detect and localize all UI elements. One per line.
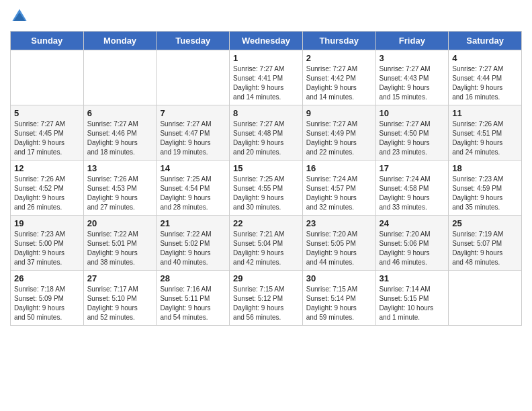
- calendar-day-9: 9Sunrise: 7:27 AM Sunset: 4:49 PM Daylig…: [302, 105, 375, 161]
- calendar-day-22: 22Sunrise: 7:21 AM Sunset: 5:04 PM Dayli…: [230, 216, 303, 271]
- calendar-day-4: 4Sunrise: 7:27 AM Sunset: 4:44 PM Daylig…: [449, 50, 522, 105]
- day-header-thursday: Thursday: [302, 32, 375, 50]
- calendar-day-2: 2Sunrise: 7:27 AM Sunset: 4:42 PM Daylig…: [302, 50, 375, 105]
- day-info: Sunrise: 7:27 AM Sunset: 4:49 PM Dayligh…: [306, 120, 372, 157]
- day-number: 24: [380, 218, 445, 228]
- day-info: Sunrise: 7:27 AM Sunset: 4:46 PM Dayligh…: [87, 120, 153, 157]
- day-number: 1: [233, 53, 299, 63]
- day-number: 30: [306, 273, 372, 283]
- day-info: Sunrise: 7:18 AM Sunset: 5:09 PM Dayligh…: [14, 285, 80, 322]
- calendar-day-31: 31Sunrise: 7:14 AM Sunset: 5:15 PM Dayli…: [375, 271, 449, 326]
- day-info: Sunrise: 7:25 AM Sunset: 4:54 PM Dayligh…: [160, 175, 226, 212]
- calendar-day-23: 23Sunrise: 7:20 AM Sunset: 5:05 PM Dayli…: [302, 216, 375, 271]
- day-number: 21: [160, 218, 226, 228]
- day-info: Sunrise: 7:15 AM Sunset: 5:14 PM Dayligh…: [306, 285, 372, 322]
- day-number: 12: [14, 163, 80, 173]
- day-header-wednesday: Wednesday: [230, 32, 303, 50]
- day-number: 29: [233, 273, 299, 283]
- day-info: Sunrise: 7:26 AM Sunset: 4:51 PM Dayligh…: [452, 120, 518, 157]
- day-number: 2: [306, 53, 372, 63]
- calendar-day-empty: [83, 50, 157, 105]
- calendar-day-25: 25Sunrise: 7:19 AM Sunset: 5:07 PM Dayli…: [449, 216, 522, 271]
- day-info: Sunrise: 7:26 AM Sunset: 4:53 PM Dayligh…: [87, 175, 153, 212]
- calendar-week-4: 19Sunrise: 7:23 AM Sunset: 5:00 PM Dayli…: [11, 216, 522, 271]
- day-info: Sunrise: 7:21 AM Sunset: 5:04 PM Dayligh…: [233, 230, 299, 267]
- day-number: 14: [160, 163, 226, 173]
- day-info: Sunrise: 7:27 AM Sunset: 4:44 PM Dayligh…: [452, 64, 518, 102]
- calendar-day-11: 11Sunrise: 7:26 AM Sunset: 4:51 PM Dayli…: [449, 105, 522, 161]
- calendar-day-24: 24Sunrise: 7:20 AM Sunset: 5:06 PM Dayli…: [375, 216, 449, 271]
- day-number: 5: [14, 108, 80, 118]
- day-number: 10: [380, 108, 445, 118]
- logo-icon: [10, 7, 29, 26]
- calendar-day-20: 20Sunrise: 7:22 AM Sunset: 5:01 PM Dayli…: [83, 216, 157, 271]
- day-info: Sunrise: 7:23 AM Sunset: 5:00 PM Dayligh…: [14, 230, 80, 267]
- day-info: Sunrise: 7:27 AM Sunset: 4:45 PM Dayligh…: [14, 120, 80, 157]
- calendar-week-2: 5Sunrise: 7:27 AM Sunset: 4:45 PM Daylig…: [11, 105, 522, 161]
- calendar-body: 1Sunrise: 7:27 AM Sunset: 4:41 PM Daylig…: [11, 50, 522, 326]
- day-number: 7: [160, 108, 226, 118]
- day-number: 31: [380, 273, 445, 283]
- logo: [10, 7, 32, 26]
- day-number: 15: [233, 163, 299, 173]
- day-info: Sunrise: 7:15 AM Sunset: 5:12 PM Dayligh…: [233, 285, 299, 322]
- calendar-day-16: 16Sunrise: 7:24 AM Sunset: 4:57 PM Dayli…: [302, 161, 375, 216]
- day-header-monday: Monday: [83, 32, 157, 50]
- calendar-day-7: 7Sunrise: 7:27 AM Sunset: 4:47 PM Daylig…: [157, 105, 230, 161]
- calendar-week-3: 12Sunrise: 7:26 AM Sunset: 4:52 PM Dayli…: [11, 161, 522, 216]
- calendar-day-12: 12Sunrise: 7:26 AM Sunset: 4:52 PM Dayli…: [11, 161, 84, 216]
- day-number: 27: [87, 273, 153, 283]
- calendar-day-5: 5Sunrise: 7:27 AM Sunset: 4:45 PM Daylig…: [11, 105, 84, 161]
- day-info: Sunrise: 7:27 AM Sunset: 4:48 PM Dayligh…: [233, 120, 299, 157]
- day-number: 17: [380, 163, 445, 173]
- day-number: 9: [306, 108, 372, 118]
- calendar-day-empty: [157, 50, 230, 105]
- day-number: 26: [14, 273, 80, 283]
- page-header: [10, 7, 522, 26]
- calendar-day-6: 6Sunrise: 7:27 AM Sunset: 4:46 PM Daylig…: [83, 105, 157, 161]
- day-info: Sunrise: 7:27 AM Sunset: 4:41 PM Dayligh…: [233, 64, 299, 102]
- day-header-sunday: Sunday: [11, 32, 84, 50]
- day-number: 13: [87, 163, 153, 173]
- day-info: Sunrise: 7:27 AM Sunset: 4:43 PM Dayligh…: [380, 64, 445, 102]
- calendar-day-28: 28Sunrise: 7:16 AM Sunset: 5:11 PM Dayli…: [157, 271, 230, 326]
- calendar-day-19: 19Sunrise: 7:23 AM Sunset: 5:00 PM Dayli…: [11, 216, 84, 271]
- day-number: 20: [87, 218, 153, 228]
- day-info: Sunrise: 7:27 AM Sunset: 4:42 PM Dayligh…: [306, 64, 372, 102]
- day-info: Sunrise: 7:27 AM Sunset: 4:47 PM Dayligh…: [160, 120, 226, 157]
- calendar-header: SundayMondayTuesdayWednesdayThursdayFrid…: [11, 32, 522, 50]
- day-number: 23: [306, 218, 372, 228]
- day-info: Sunrise: 7:16 AM Sunset: 5:11 PM Dayligh…: [160, 285, 226, 322]
- day-info: Sunrise: 7:27 AM Sunset: 4:50 PM Dayligh…: [380, 120, 445, 157]
- calendar-day-26: 26Sunrise: 7:18 AM Sunset: 5:09 PM Dayli…: [11, 271, 84, 326]
- calendar-day-10: 10Sunrise: 7:27 AM Sunset: 4:50 PM Dayli…: [375, 105, 449, 161]
- day-info: Sunrise: 7:22 AM Sunset: 5:01 PM Dayligh…: [87, 230, 153, 267]
- calendar-day-empty: [11, 50, 84, 105]
- calendar-day-30: 30Sunrise: 7:15 AM Sunset: 5:14 PM Dayli…: [302, 271, 375, 326]
- day-info: Sunrise: 7:26 AM Sunset: 4:52 PM Dayligh…: [14, 175, 80, 212]
- day-info: Sunrise: 7:19 AM Sunset: 5:07 PM Dayligh…: [452, 230, 518, 267]
- calendar-week-1: 1Sunrise: 7:27 AM Sunset: 4:41 PM Daylig…: [11, 50, 522, 105]
- day-header-friday: Friday: [375, 32, 449, 50]
- calendar-day-3: 3Sunrise: 7:27 AM Sunset: 4:43 PM Daylig…: [375, 50, 449, 105]
- calendar-day-27: 27Sunrise: 7:17 AM Sunset: 5:10 PM Dayli…: [83, 271, 157, 326]
- day-header-tuesday: Tuesday: [157, 32, 230, 50]
- day-info: Sunrise: 7:20 AM Sunset: 5:05 PM Dayligh…: [306, 230, 372, 267]
- calendar-day-18: 18Sunrise: 7:23 AM Sunset: 4:59 PM Dayli…: [449, 161, 522, 216]
- day-number: 22: [233, 218, 299, 228]
- day-info: Sunrise: 7:20 AM Sunset: 5:06 PM Dayligh…: [380, 230, 445, 267]
- day-number: 4: [452, 53, 518, 63]
- calendar-day-21: 21Sunrise: 7:22 AM Sunset: 5:02 PM Dayli…: [157, 216, 230, 271]
- calendar-day-13: 13Sunrise: 7:26 AM Sunset: 4:53 PM Dayli…: [83, 161, 157, 216]
- page-container: SundayMondayTuesdayWednesdayThursdayFrid…: [0, 0, 532, 332]
- calendar-day-empty: [449, 271, 522, 326]
- calendar-day-17: 17Sunrise: 7:24 AM Sunset: 4:58 PM Dayli…: [375, 161, 449, 216]
- day-number: 6: [87, 108, 153, 118]
- calendar-day-1: 1Sunrise: 7:27 AM Sunset: 4:41 PM Daylig…: [230, 50, 303, 105]
- day-info: Sunrise: 7:25 AM Sunset: 4:55 PM Dayligh…: [233, 175, 299, 212]
- day-info: Sunrise: 7:24 AM Sunset: 4:58 PM Dayligh…: [380, 175, 445, 212]
- day-info: Sunrise: 7:14 AM Sunset: 5:15 PM Dayligh…: [380, 285, 445, 322]
- day-info: Sunrise: 7:17 AM Sunset: 5:10 PM Dayligh…: [87, 285, 153, 322]
- calendar-week-5: 26Sunrise: 7:18 AM Sunset: 5:09 PM Dayli…: [11, 271, 522, 326]
- day-number: 28: [160, 273, 226, 283]
